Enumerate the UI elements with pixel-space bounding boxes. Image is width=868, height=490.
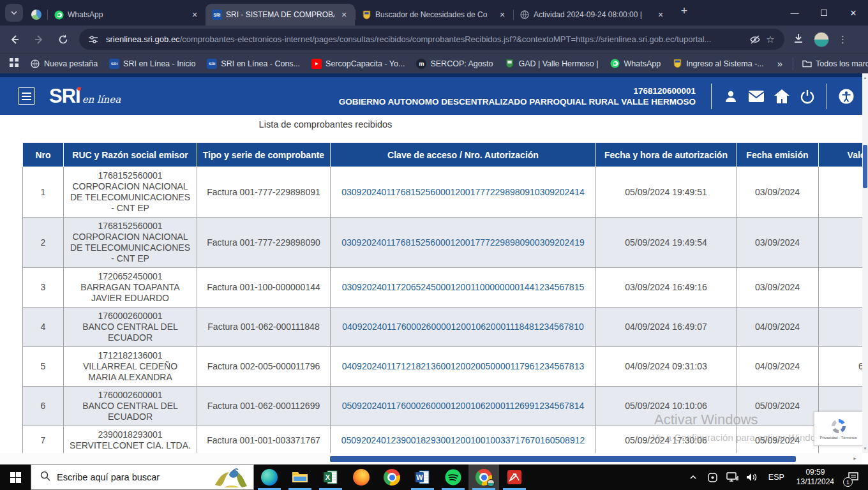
taskbar-app-chrome-active[interactable] — [468, 464, 499, 490]
cell-ruc-razon: 1768152560001CORPORACION NACIONAL DE TEL… — [64, 218, 197, 268]
taskbar-app-edge[interactable] — [254, 464, 285, 490]
tray-app-icon[interactable] — [705, 469, 721, 486]
site-settings-icon[interactable] — [86, 32, 101, 47]
ingreso-crest-icon — [672, 59, 682, 69]
clave-link[interactable]: 0309202401176815256000120017772298980910… — [341, 187, 584, 197]
back-button[interactable] — [5, 30, 24, 49]
bookmark-star-icon[interactable]: ☆ — [763, 32, 778, 47]
cell-fecha-aut: 05/09/2024 19:49:51 — [596, 167, 737, 218]
tray-network-display-icon[interactable] — [725, 469, 740, 486]
scroll-down-icon[interactable]: ▼ — [862, 447, 868, 450]
taskbar-app-excel[interactable]: X — [315, 464, 346, 490]
window-close-button[interactable]: ✕ — [839, 0, 868, 26]
horizontal-scroll-thumb[interactable] — [330, 456, 796, 462]
bookmark-gad-valle-hermoso[interactable]: GAD | Valle Hermoso | — [498, 56, 604, 71]
mail-icon[interactable] — [744, 86, 769, 107]
start-button[interactable] — [0, 464, 31, 490]
tab-search-button[interactable] — [5, 4, 23, 22]
tab-close-icon[interactable]: ✕ — [338, 9, 350, 20]
tab-close-icon[interactable]: ✕ — [497, 9, 508, 20]
tab-close-icon[interactable]: ✕ — [655, 9, 666, 20]
taskbar-app-explorer[interactable] — [285, 464, 315, 490]
taskbar-search[interactable] — [31, 464, 254, 490]
url-bar[interactable]: srienlinea.sri.gob.ec/comprobantes-elect… — [79, 29, 784, 50]
cell-fecha-aut: 04/09/2024 09:31:03 — [596, 347, 737, 387]
user-icon[interactable] — [718, 86, 744, 107]
cell-tipo: Factura 001-777-229898090 — [197, 218, 331, 268]
browser-menu-icon[interactable]: ⋮ — [838, 34, 848, 45]
sri-logo-dot — [77, 87, 81, 91]
tab-actividad[interactable]: Actividad 2024-09-24 08:00:00 | ✕ — [513, 4, 671, 26]
divider — [711, 84, 712, 109]
word-icon: W — [415, 470, 430, 485]
bookmark-sri-consultas[interactable]: SRI SRI en Línea - Cons... — [201, 56, 306, 71]
pinned-tab[interactable] — [26, 4, 47, 26]
recaptcha-badge[interactable]: Privacidad - Términos — [814, 412, 862, 446]
recaptcha-terms[interactable]: Privacidad - Términos — [819, 436, 857, 440]
toolbar-right: ⋮ — [792, 32, 848, 47]
url-text[interactable]: srienlinea.sri.gob.ec/comprobantes-elect… — [106, 34, 747, 44]
sri-logo[interactable]: SRI en línea — [49, 85, 121, 108]
cell-ruc-razon: 1720652450001BARRAGAN TOAPANTA JAVIER ED… — [64, 268, 197, 308]
file-explorer-icon — [292, 470, 308, 484]
bookmark-ingreso-sistema[interactable]: Ingreso al Sistema -... — [666, 56, 770, 71]
window-restore-button[interactable] — [809, 0, 839, 26]
reload-button[interactable] — [54, 30, 73, 49]
chrome-icon — [384, 469, 400, 486]
taskbar-app-chrome[interactable] — [377, 464, 407, 490]
cell-ruc-razon: 1768152560001CORPORACION NACIONAL DE TEL… — [64, 167, 197, 218]
taskbar-app-acrobat[interactable] — [499, 464, 530, 490]
tab-buscador[interactable]: Buscador de Necesidades de Co ✕ — [355, 4, 513, 26]
cell-fecha-emi: 04/09/2024 — [737, 308, 819, 347]
download-icon[interactable] — [792, 32, 805, 47]
tray-volume-icon[interactable] — [745, 469, 760, 486]
menu-hamburger-button[interactable] — [18, 87, 35, 105]
cell-fecha-aut: 03/09/2024 16:49:16 — [596, 268, 737, 308]
window-minimize-button[interactable]: — — [780, 0, 809, 26]
clave-link[interactable]: 0309202401176815256000120017772298980900… — [341, 237, 584, 248]
bookmark-nueva-pestana[interactable]: Nueva pestaña — [24, 56, 103, 71]
vertical-scrollbar[interactable]: ▲ ▼ — [862, 73, 868, 453]
tab-whatsapp[interactable]: WhatsApp ✕ — [47, 4, 206, 26]
notification-center-button[interactable]: 1 — [842, 464, 864, 490]
apps-grid-icon[interactable] — [9, 57, 19, 70]
eye-off-icon[interactable] — [747, 32, 763, 47]
forward-button[interactable] — [29, 30, 49, 49]
cell-ruc: 2390018293001 — [68, 429, 193, 440]
search-icon — [40, 471, 50, 484]
all-bookmarks-button[interactable]: Todos los marcadores — [796, 56, 868, 71]
clave-link[interactable]: 0509202401239001829300120010010033717670… — [341, 435, 585, 445]
accessibility-icon[interactable] — [834, 86, 859, 107]
bookmark-sri-inicio[interactable]: SRI SRI en Línea - Inicio — [103, 56, 201, 71]
firefox-icon — [353, 469, 370, 486]
home-icon[interactable] — [769, 86, 795, 107]
tray-language-indicator[interactable]: ESP — [765, 473, 788, 482]
clave-link[interactable]: 0509202401176000260000120010620001126991… — [342, 401, 584, 411]
tab-close-icon[interactable]: ✕ — [189, 9, 200, 20]
globe-icon — [30, 59, 40, 69]
clave-link[interactable]: 0409202401176000260000120010620001118481… — [342, 322, 583, 332]
clave-link[interactable]: 0309202401172065245000120011000000001441… — [342, 282, 584, 292]
bookmarks-overflow-icon[interactable]: » — [770, 58, 790, 69]
tray-clock[interactable]: 09:59 13/11/2024 — [793, 468, 838, 487]
tray-chevron-up-icon[interactable] — [685, 469, 701, 486]
profile-avatar[interactable] — [814, 32, 829, 47]
taskbar-app-firefox[interactable] — [346, 464, 377, 490]
cell-nro: 5 — [23, 347, 64, 387]
scroll-up-icon[interactable]: ▲ — [862, 76, 868, 80]
bookmark-sercopcapacita[interactable]: SercopCapacita - Yo... — [306, 56, 410, 71]
new-tab-button[interactable]: + — [675, 2, 693, 20]
taskbar-app-word[interactable]: W — [407, 464, 438, 490]
bookmark-whatsapp[interactable]: WhatsApp — [604, 56, 666, 71]
taskbar-app-spotify[interactable] — [438, 464, 468, 490]
search-input[interactable] — [57, 472, 204, 482]
search-highlight-image[interactable] — [210, 466, 252, 490]
clave-link[interactable]: 0409202401171218213600120020050000117961… — [342, 361, 584, 371]
cell-fecha-emi: 03/09/2024 — [737, 218, 819, 268]
horizontal-scrollbar[interactable]: ► — [0, 453, 862, 464]
vertical-scroll-thumb[interactable] — [863, 145, 867, 188]
power-icon[interactable] — [795, 86, 820, 107]
tab-sri-active[interactable]: SRI SRI - SISTEMA DE COMPROBAN ✕ — [206, 4, 355, 26]
scroll-right-icon[interactable]: ► — [853, 456, 857, 461]
bookmark-sercop-agosto[interactable]: m SERCOP: Agosto — [410, 56, 498, 71]
